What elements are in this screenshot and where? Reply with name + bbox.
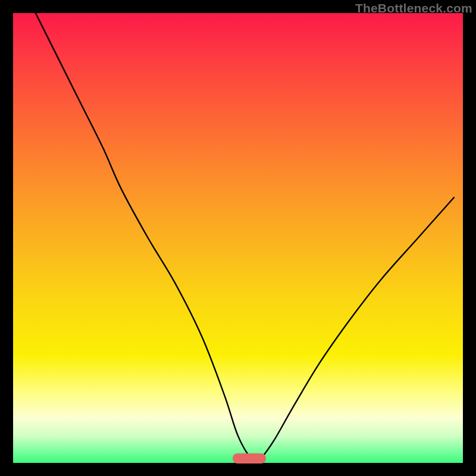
bottleneck-curve-path [36,13,454,461]
chart-plot-area [13,13,463,463]
chart-stage: TheBottleneck.com [0,0,476,476]
attribution-label: TheBottleneck.com [355,1,472,15]
chart-curve-svg [13,13,463,463]
chart-minimum-marker [233,453,267,464]
